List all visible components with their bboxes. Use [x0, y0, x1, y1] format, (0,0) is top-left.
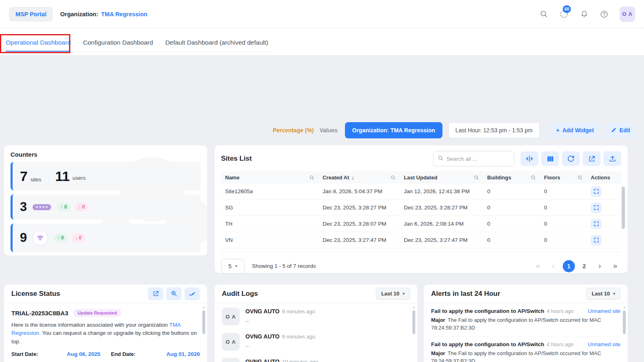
cell-floors: 0 — [540, 216, 587, 232]
down-arrow-icon: ↓ — [75, 235, 78, 241]
alert-time: 4 hours ago — [547, 342, 574, 347]
alert-site-link[interactable]: Unnamed site — [588, 341, 620, 347]
tab-default-dashboard[interactable]: Default Dashboard (archived default) — [165, 33, 268, 52]
records-summary: Showing 1 - 5 of 7 records — [252, 263, 316, 269]
table-row: VN Dec 23, 2025, 3:27:47 PM Dec 23, 2025… — [221, 232, 621, 248]
table-row: SG Dec 23, 2025, 3:28:27 PM Dec 23, 2025… — [221, 200, 621, 216]
table-row: TH Dec 23, 2025, 3:28:07 PM Jan 6, 2026,… — [221, 216, 621, 232]
column-header-actions: Actions — [587, 171, 621, 183]
prev-page-icon[interactable]: ‹ — [547, 260, 559, 272]
toggle-values[interactable]: Values — [319, 127, 337, 134]
edit-button[interactable]: Edit — [605, 123, 636, 138]
sort-desc-icon[interactable]: ↓ — [351, 175, 354, 181]
license-preview-icon[interactable] — [166, 287, 182, 300]
page-size-select[interactable]: 5 ▾ — [221, 259, 245, 274]
page-button-1[interactable]: 1 — [563, 260, 575, 272]
counter-card-sites-users[interactable]: 7 sites 11 users — [11, 162, 201, 190]
column-search-icon[interactable] — [577, 175, 583, 180]
column-header-buildings[interactable]: Buildings — [483, 171, 540, 183]
columns-icon[interactable] — [541, 151, 559, 166]
sites-list-widget: Sites List — [215, 145, 628, 273]
upload-icon[interactable] — [603, 151, 621, 166]
sites-search-box — [433, 151, 514, 166]
msp-portal-button[interactable]: MSP Portal — [9, 7, 53, 22]
add-widget-button[interactable]: + Add Widget — [551, 123, 600, 138]
counter-card-aps[interactable]: 9 ↑ 0 ↓ 0 — [11, 224, 201, 252]
column-search-icon[interactable] — [474, 175, 479, 180]
scroll-up-icon[interactable]: ▲ — [622, 306, 627, 308]
expand-row-icon[interactable] — [591, 235, 601, 246]
column-resize-icon[interactable] — [520, 151, 538, 166]
counter-card-switches[interactable]: 3 ↑ 0 ↓ 0 — [11, 194, 201, 220]
column-search-icon[interactable] — [390, 175, 396, 180]
expand-row-icon[interactable] — [591, 219, 601, 229]
license-scrollbar: ▲ ▼ — [202, 306, 206, 362]
column-search-icon[interactable] — [309, 175, 314, 180]
expand-row-icon[interactable] — [591, 203, 601, 213]
next-page-icon[interactable]: › — [594, 260, 606, 272]
column-search-icon[interactable] — [531, 175, 536, 180]
column-header-floors[interactable]: Floors — [540, 171, 587, 183]
audit-entry: O A OVNG AUTO9 minutes ago -- — [222, 329, 410, 354]
cell-name: TH — [221, 216, 319, 232]
filter-label: Last 10 — [592, 291, 610, 297]
time-range-button[interactable]: Last Hour: 12:53 pm - 1:53 pm — [448, 122, 540, 138]
organization-name-link[interactable]: TMA Regression — [101, 11, 147, 17]
first-page-icon[interactable]: « — [532, 260, 544, 272]
alerts-filter-dropdown[interactable]: Last 10 ▾ — [586, 288, 620, 300]
edit-label: Edit — [620, 127, 630, 134]
down-trend-badge: ↓ 0 — [75, 203, 89, 211]
tasks-spinner-icon[interactable]: 60 — [559, 9, 569, 19]
table-header-row: Name Created At ↓ Last Updated Buildings — [221, 171, 621, 183]
scrollbar-thumb[interactable] — [622, 187, 625, 229]
filter-label: Last 10 — [381, 291, 399, 297]
cell-floors: 0 — [540, 200, 587, 215]
scrollbar-thumb[interactable] — [202, 310, 205, 334]
audit-time: 10 minutes ago — [282, 359, 318, 362]
cell-buildings: 0 — [483, 200, 540, 215]
tab-configuration-dashboard[interactable]: Configuration Dashboard — [83, 33, 153, 52]
alert-title: Fail to apply the configuration to AP/Sw… — [431, 341, 544, 347]
user-avatar[interactable]: O A — [620, 6, 635, 22]
search-icon[interactable] — [540, 10, 548, 18]
alert-site-link[interactable]: Unnamed site — [588, 308, 620, 314]
page-button-2[interactable]: 2 — [578, 260, 590, 272]
export-icon[interactable] — [583, 151, 601, 166]
toggle-percentage[interactable]: Percentage (%) — [273, 127, 314, 134]
sites-unit: sites — [30, 177, 41, 183]
license-export-icon[interactable] — [148, 287, 163, 300]
last-page-icon[interactable]: » — [609, 260, 621, 272]
column-header-last-updated[interactable]: Last Updated — [400, 171, 483, 183]
top-bar: MSP Portal Organization: TMA Regression … — [0, 0, 644, 28]
organization-label: Organization: — [60, 11, 98, 17]
column-label: Buildings — [487, 175, 511, 181]
column-header-created-at[interactable]: Created At ↓ — [319, 171, 400, 183]
license-approve-icon[interactable] — [184, 287, 200, 300]
help-icon[interactable] — [600, 10, 609, 19]
organization-filter-button[interactable]: Organization: TMA Regression — [345, 122, 442, 138]
audit-scrollbar: ▲ ▼ — [412, 306, 416, 362]
down-trend-badge: ↓ 0 — [72, 233, 85, 242]
audit-detail: -- — [245, 318, 315, 324]
expand-row-icon[interactable] — [591, 186, 601, 197]
license-description-text: Here is the license information associat… — [11, 322, 169, 328]
alert-item: Fail to apply the configuration to AP/Sw… — [431, 336, 620, 362]
users-unit: users — [73, 175, 86, 184]
scroll-up-icon[interactable]: ▲ — [412, 306, 416, 308]
column-header-name[interactable]: Name — [221, 171, 319, 183]
audit-entry: O A OVNG AUTO10 minutes ago -- — [222, 354, 410, 362]
scroll-up-icon[interactable]: ▲ — [202, 306, 206, 308]
tab-operational-dashboard[interactable]: Operational Dashboard — [6, 33, 71, 52]
alerts-scrollbar: ▲ ▼ — [622, 306, 627, 362]
sites-search-input[interactable] — [447, 156, 510, 162]
scrollbar-thumb[interactable] — [412, 310, 415, 334]
audit-filter-dropdown[interactable]: Last 10 ▾ — [376, 288, 410, 300]
end-date-value: Aug 01, 2026 — [166, 351, 200, 357]
start-date-label: Start Date: — [11, 351, 38, 357]
scrollbar-thumb[interactable] — [623, 310, 626, 334]
down-count: 0 — [82, 204, 85, 210]
chevron-down-icon: ▾ — [613, 291, 615, 296]
bell-icon[interactable] — [580, 10, 589, 19]
audit-user: OVNG AUTO — [245, 358, 280, 362]
refresh-icon[interactable] — [562, 151, 580, 166]
